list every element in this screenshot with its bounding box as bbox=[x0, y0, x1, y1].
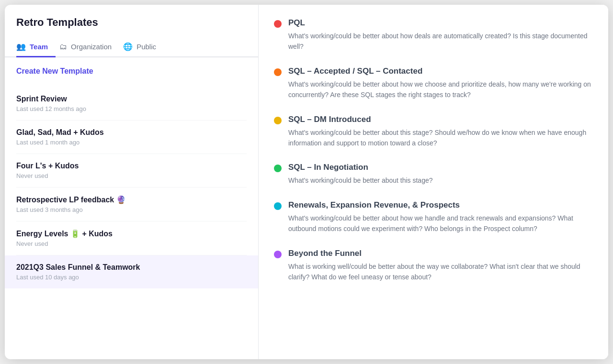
template-name-4: Retrospective LP feedback 🔮 bbox=[16, 195, 247, 204]
template-name-5: Energy Levels 🔋 + Kudos bbox=[16, 229, 247, 238]
topic-content-4: SQL – In Negotiation What's working/coul… bbox=[288, 163, 433, 186]
modal-title: Retro Templates bbox=[16, 16, 247, 29]
template-name-1: Sprint Review bbox=[16, 95, 247, 103]
topic-desc-2: What's working/could be better about how… bbox=[288, 79, 593, 100]
left-header: Retro Templates 👥 Team 🗂 Organization 🌐 … bbox=[5, 5, 258, 57]
template-meta-1: Last used 12 months ago bbox=[16, 105, 247, 112]
topic-item-3: SQL – DM Introduced What's working/could… bbox=[274, 115, 593, 149]
topic-title-2: SQL – Accepted / SQL – Contacted bbox=[288, 66, 593, 76]
template-meta-2: Last used 1 month ago bbox=[16, 139, 247, 146]
topic-content-6: Beyond the Funnel What is working well/c… bbox=[288, 249, 593, 283]
template-meta-4: Last used 3 months ago bbox=[16, 206, 247, 213]
topic-title-1: PQL bbox=[288, 18, 593, 28]
topic-dot-3 bbox=[274, 117, 282, 124]
right-panel: PQL What's working/could be better about… bbox=[259, 5, 608, 359]
topic-dot-5 bbox=[274, 202, 282, 210]
topic-content-5: Renewals, Expansion Revenue, & Prospects… bbox=[288, 200, 593, 234]
tab-organization[interactable]: 🗂 Organization bbox=[59, 37, 119, 57]
modal: Retro Templates 👥 Team 🗂 Organization 🌐 … bbox=[5, 5, 608, 359]
topic-desc-4: What's working/could be better about thi… bbox=[288, 175, 433, 186]
tab-public[interactable]: 🌐 Public bbox=[123, 37, 164, 57]
topic-desc-6: What is working well/could be better abo… bbox=[288, 261, 593, 283]
topic-content-3: SQL – DM Introduced What's working/could… bbox=[288, 115, 593, 149]
tabs: 👥 Team 🗂 Organization 🌐 Public bbox=[5, 37, 258, 57]
template-meta-5: Never used bbox=[16, 240, 247, 247]
template-item-6[interactable]: 2021Q3 Sales Funnel & Teamwork Last used… bbox=[5, 255, 258, 288]
template-item-4[interactable]: Retrospective LP feedback 🔮 Last used 3 … bbox=[16, 188, 247, 221]
team-icon: 👥 bbox=[16, 42, 26, 51]
template-name-3: Four L's + Kudos bbox=[16, 162, 247, 170]
topic-title-5: Renewals, Expansion Revenue, & Prospects bbox=[288, 200, 593, 210]
topic-desc-5: What's working/could be better about how… bbox=[288, 213, 593, 234]
topic-desc-3: What's working/could be better about thi… bbox=[288, 127, 593, 149]
template-list: Create New Template Sprint Review Last u… bbox=[5, 57, 258, 359]
template-name-2: Glad, Sad, Mad + Kudos bbox=[16, 128, 247, 137]
topic-item-2: SQL – Accepted / SQL – Contacted What's … bbox=[274, 66, 593, 100]
left-panel: Retro Templates 👥 Team 🗂 Organization 🌐 … bbox=[5, 5, 259, 359]
topic-title-4: SQL – In Negotiation bbox=[288, 163, 433, 172]
topic-desc-1: What's working/could be better about how… bbox=[288, 31, 593, 52]
tab-public-label: Public bbox=[136, 43, 156, 51]
topic-item-4: SQL – In Negotiation What's working/coul… bbox=[274, 163, 593, 186]
tab-organization-label: Organization bbox=[71, 43, 112, 51]
template-item-2[interactable]: Glad, Sad, Mad + Kudos Last used 1 month… bbox=[16, 121, 247, 154]
topic-title-3: SQL – DM Introduced bbox=[288, 115, 593, 124]
topic-item-5: Renewals, Expansion Revenue, & Prospects… bbox=[274, 200, 593, 234]
topic-content-1: PQL What's working/could be better about… bbox=[288, 18, 593, 52]
tab-team[interactable]: 👥 Team bbox=[16, 37, 56, 57]
topic-dot-1 bbox=[274, 20, 282, 28]
topic-item-1: PQL What's working/could be better about… bbox=[274, 18, 593, 52]
topic-dot-2 bbox=[274, 68, 282, 76]
template-name-6: 2021Q3 Sales Funnel & Teamwork bbox=[16, 263, 247, 272]
template-item-5[interactable]: Energy Levels 🔋 + Kudos Never used bbox=[16, 221, 247, 255]
template-item-1[interactable]: Sprint Review Last used 12 months ago bbox=[16, 87, 247, 121]
organization-icon: 🗂 bbox=[59, 43, 67, 51]
create-new-button[interactable]: Create New Template bbox=[16, 67, 247, 76]
template-item-3[interactable]: Four L's + Kudos Never used bbox=[16, 154, 247, 188]
template-meta-3: Never used bbox=[16, 172, 247, 179]
template-meta-6: Last used 10 days ago bbox=[16, 274, 247, 281]
topic-dot-6 bbox=[274, 251, 282, 258]
topic-dot-4 bbox=[274, 165, 282, 172]
public-icon: 🌐 bbox=[123, 42, 133, 51]
topic-item-6: Beyond the Funnel What is working well/c… bbox=[274, 249, 593, 283]
tab-team-label: Team bbox=[30, 43, 48, 51]
topic-content-2: SQL – Accepted / SQL – Contacted What's … bbox=[288, 66, 593, 100]
topic-title-6: Beyond the Funnel bbox=[288, 249, 593, 258]
